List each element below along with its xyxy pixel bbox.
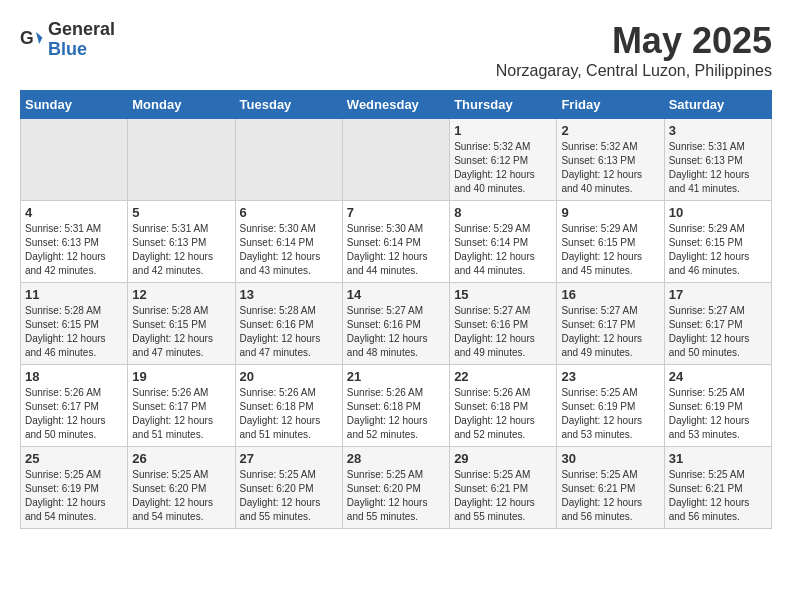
day-number: 2 [561, 123, 659, 138]
day-number: 18 [25, 369, 123, 384]
day-info: Sunrise: 5:26 AM Sunset: 6:18 PM Dayligh… [454, 386, 552, 442]
title-area: May 2025 Norzagaray, Central Luzon, Phil… [496, 20, 772, 80]
day-info: Sunrise: 5:29 AM Sunset: 6:15 PM Dayligh… [561, 222, 659, 278]
day-info: Sunrise: 5:27 AM Sunset: 6:17 PM Dayligh… [669, 304, 767, 360]
header-saturday: Saturday [664, 91, 771, 119]
day-info: Sunrise: 5:27 AM Sunset: 6:16 PM Dayligh… [347, 304, 445, 360]
header: G General Blue May 2025 Norzagaray, Cent… [20, 20, 772, 80]
day-info: Sunrise: 5:32 AM Sunset: 6:13 PM Dayligh… [561, 140, 659, 196]
day-info: Sunrise: 5:31 AM Sunset: 6:13 PM Dayligh… [669, 140, 767, 196]
calendar-body: 1Sunrise: 5:32 AM Sunset: 6:12 PM Daylig… [21, 119, 772, 529]
day-number: 5 [132, 205, 230, 220]
day-info: Sunrise: 5:30 AM Sunset: 6:14 PM Dayligh… [347, 222, 445, 278]
calendar-cell: 13Sunrise: 5:28 AM Sunset: 6:16 PM Dayli… [235, 283, 342, 365]
day-number: 31 [669, 451, 767, 466]
day-info: Sunrise: 5:32 AM Sunset: 6:12 PM Dayligh… [454, 140, 552, 196]
calendar-cell [342, 119, 449, 201]
header-monday: Monday [128, 91, 235, 119]
day-number: 27 [240, 451, 338, 466]
day-number: 24 [669, 369, 767, 384]
week-row-4: 25Sunrise: 5:25 AM Sunset: 6:19 PM Dayli… [21, 447, 772, 529]
day-number: 28 [347, 451, 445, 466]
calendar-cell: 7Sunrise: 5:30 AM Sunset: 6:14 PM Daylig… [342, 201, 449, 283]
calendar-cell: 17Sunrise: 5:27 AM Sunset: 6:17 PM Dayli… [664, 283, 771, 365]
calendar-cell [235, 119, 342, 201]
svg-marker-1 [36, 32, 42, 44]
calendar-cell: 5Sunrise: 5:31 AM Sunset: 6:13 PM Daylig… [128, 201, 235, 283]
calendar-cell: 1Sunrise: 5:32 AM Sunset: 6:12 PM Daylig… [450, 119, 557, 201]
day-info: Sunrise: 5:25 AM Sunset: 6:20 PM Dayligh… [347, 468, 445, 524]
day-number: 22 [454, 369, 552, 384]
calendar-cell: 10Sunrise: 5:29 AM Sunset: 6:15 PM Dayli… [664, 201, 771, 283]
calendar-cell: 19Sunrise: 5:26 AM Sunset: 6:17 PM Dayli… [128, 365, 235, 447]
subtitle: Norzagaray, Central Luzon, Philippines [496, 62, 772, 80]
calendar-cell: 26Sunrise: 5:25 AM Sunset: 6:20 PM Dayli… [128, 447, 235, 529]
day-number: 11 [25, 287, 123, 302]
day-number: 12 [132, 287, 230, 302]
day-info: Sunrise: 5:27 AM Sunset: 6:16 PM Dayligh… [454, 304, 552, 360]
day-info: Sunrise: 5:25 AM Sunset: 6:19 PM Dayligh… [561, 386, 659, 442]
calendar-cell: 28Sunrise: 5:25 AM Sunset: 6:20 PM Dayli… [342, 447, 449, 529]
day-number: 25 [25, 451, 123, 466]
logo-icon: G [20, 28, 44, 52]
calendar-cell: 27Sunrise: 5:25 AM Sunset: 6:20 PM Dayli… [235, 447, 342, 529]
day-info: Sunrise: 5:31 AM Sunset: 6:13 PM Dayligh… [25, 222, 123, 278]
logo-general: General [48, 20, 115, 40]
day-info: Sunrise: 5:29 AM Sunset: 6:15 PM Dayligh… [669, 222, 767, 278]
calendar-cell: 18Sunrise: 5:26 AM Sunset: 6:17 PM Dayli… [21, 365, 128, 447]
header-thursday: Thursday [450, 91, 557, 119]
calendar-cell: 24Sunrise: 5:25 AM Sunset: 6:19 PM Dayli… [664, 365, 771, 447]
day-info: Sunrise: 5:26 AM Sunset: 6:18 PM Dayligh… [240, 386, 338, 442]
calendar-cell [21, 119, 128, 201]
day-number: 10 [669, 205, 767, 220]
day-number: 15 [454, 287, 552, 302]
day-info: Sunrise: 5:29 AM Sunset: 6:14 PM Dayligh… [454, 222, 552, 278]
day-info: Sunrise: 5:30 AM Sunset: 6:14 PM Dayligh… [240, 222, 338, 278]
header-tuesday: Tuesday [235, 91, 342, 119]
day-number: 4 [25, 205, 123, 220]
calendar-cell: 3Sunrise: 5:31 AM Sunset: 6:13 PM Daylig… [664, 119, 771, 201]
day-info: Sunrise: 5:28 AM Sunset: 6:15 PM Dayligh… [25, 304, 123, 360]
day-number: 13 [240, 287, 338, 302]
header-sunday: Sunday [21, 91, 128, 119]
day-info: Sunrise: 5:25 AM Sunset: 6:20 PM Dayligh… [132, 468, 230, 524]
svg-text:G: G [20, 28, 34, 48]
day-number: 29 [454, 451, 552, 466]
logo: G General Blue [20, 20, 115, 60]
calendar-cell: 22Sunrise: 5:26 AM Sunset: 6:18 PM Dayli… [450, 365, 557, 447]
calendar-cell: 11Sunrise: 5:28 AM Sunset: 6:15 PM Dayli… [21, 283, 128, 365]
day-number: 9 [561, 205, 659, 220]
calendar-cell: 21Sunrise: 5:26 AM Sunset: 6:18 PM Dayli… [342, 365, 449, 447]
day-number: 6 [240, 205, 338, 220]
day-info: Sunrise: 5:25 AM Sunset: 6:21 PM Dayligh… [669, 468, 767, 524]
day-number: 26 [132, 451, 230, 466]
day-number: 17 [669, 287, 767, 302]
calendar-cell: 2Sunrise: 5:32 AM Sunset: 6:13 PM Daylig… [557, 119, 664, 201]
header-wednesday: Wednesday [342, 91, 449, 119]
day-number: 20 [240, 369, 338, 384]
day-number: 7 [347, 205, 445, 220]
day-number: 14 [347, 287, 445, 302]
calendar-cell: 16Sunrise: 5:27 AM Sunset: 6:17 PM Dayli… [557, 283, 664, 365]
day-info: Sunrise: 5:26 AM Sunset: 6:17 PM Dayligh… [25, 386, 123, 442]
day-info: Sunrise: 5:28 AM Sunset: 6:15 PM Dayligh… [132, 304, 230, 360]
logo-blue: Blue [48, 40, 115, 60]
calendar-cell: 29Sunrise: 5:25 AM Sunset: 6:21 PM Dayli… [450, 447, 557, 529]
calendar-cell: 12Sunrise: 5:28 AM Sunset: 6:15 PM Dayli… [128, 283, 235, 365]
day-info: Sunrise: 5:25 AM Sunset: 6:19 PM Dayligh… [25, 468, 123, 524]
header-friday: Friday [557, 91, 664, 119]
calendar-cell: 30Sunrise: 5:25 AM Sunset: 6:21 PM Dayli… [557, 447, 664, 529]
week-row-2: 11Sunrise: 5:28 AM Sunset: 6:15 PM Dayli… [21, 283, 772, 365]
calendar-cell: 25Sunrise: 5:25 AM Sunset: 6:19 PM Dayli… [21, 447, 128, 529]
day-number: 3 [669, 123, 767, 138]
week-row-0: 1Sunrise: 5:32 AM Sunset: 6:12 PM Daylig… [21, 119, 772, 201]
day-number: 19 [132, 369, 230, 384]
calendar-cell: 20Sunrise: 5:26 AM Sunset: 6:18 PM Dayli… [235, 365, 342, 447]
day-number: 16 [561, 287, 659, 302]
day-number: 8 [454, 205, 552, 220]
day-info: Sunrise: 5:28 AM Sunset: 6:16 PM Dayligh… [240, 304, 338, 360]
day-info: Sunrise: 5:25 AM Sunset: 6:20 PM Dayligh… [240, 468, 338, 524]
calendar-cell: 14Sunrise: 5:27 AM Sunset: 6:16 PM Dayli… [342, 283, 449, 365]
calendar-cell: 31Sunrise: 5:25 AM Sunset: 6:21 PM Dayli… [664, 447, 771, 529]
calendar-cell: 8Sunrise: 5:29 AM Sunset: 6:14 PM Daylig… [450, 201, 557, 283]
